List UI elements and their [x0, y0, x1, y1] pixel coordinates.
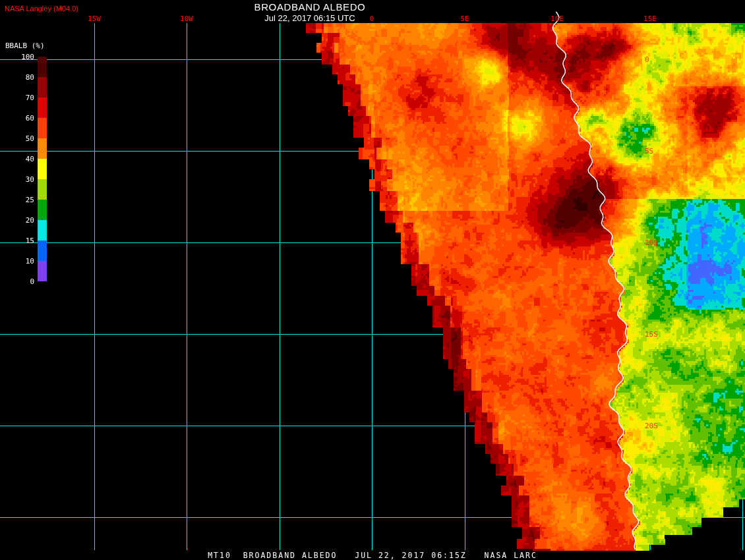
legend-tick-label: 60: [5, 114, 34, 123]
legend-tick-label: 20: [5, 216, 34, 225]
page-title: BROADBAND ALBEDO: [188, 1, 432, 13]
latitude-tick-label: 0: [645, 55, 649, 64]
legend-tick-label: 50: [5, 134, 34, 143]
legend-color-block: [38, 98, 47, 118]
legend-tick-label: 10: [5, 257, 34, 266]
legend-color-block: [38, 159, 47, 179]
longitude-tick-label: 0: [370, 14, 374, 23]
legend-tick-label: 80: [5, 73, 34, 82]
latitude-tick-label: 5S: [645, 147, 653, 155]
footer-caption: MT10 BROADBAND ALBEDO JUL 22, 2017 06:15…: [0, 551, 745, 560]
legend-color-block: [38, 77, 47, 98]
legend-tick-label: 30: [5, 175, 34, 184]
legend-tick-label: 100: [5, 53, 34, 61]
longitude-tick-label: 15E: [643, 14, 657, 23]
legend-color-block: [38, 240, 47, 261]
albedo-map-viewer: NASA Langley (M04.0) BROADBAND ALBEDO Ju…: [0, 0, 745, 560]
legend-color-block: [38, 57, 47, 77]
legend-color-block: [38, 261, 47, 281]
albedo-map-canvas: [0, 0, 745, 560]
legend-color-block: [38, 179, 47, 200]
source-version-label: NASA Langley (M04.0): [5, 5, 78, 13]
legend-color-block: [38, 200, 47, 220]
longitude-tick-label: 5E: [460, 14, 469, 23]
latitude-tick-label: 15S: [645, 330, 658, 339]
longitude-tick-label: 10W: [180, 14, 193, 23]
legend-color-block: [38, 220, 47, 240]
longitude-tick-label: 10E: [551, 14, 564, 23]
latitude-tick-label: 10S: [645, 238, 658, 247]
latitude-tick-label: 20S: [645, 422, 658, 430]
legend-tick-label: 0: [5, 277, 34, 286]
longitude-tick-label: 15W: [88, 14, 101, 23]
legend-tick-label: 40: [5, 155, 34, 163]
title-block: BROADBAND ALBEDO Jul 22, 2017 06:15 UTC: [188, 1, 432, 23]
legend-color-block: [38, 138, 47, 159]
legend-title: BBALB (%): [5, 42, 45, 50]
legend-color-block: [38, 118, 47, 138]
observation-timestamp: Jul 22, 2017 06:15 UTC: [188, 13, 432, 23]
legend-tick-label: 25: [5, 196, 34, 204]
legend-tick-label: 15: [5, 237, 34, 245]
legend-tick-label: 70: [5, 94, 34, 102]
